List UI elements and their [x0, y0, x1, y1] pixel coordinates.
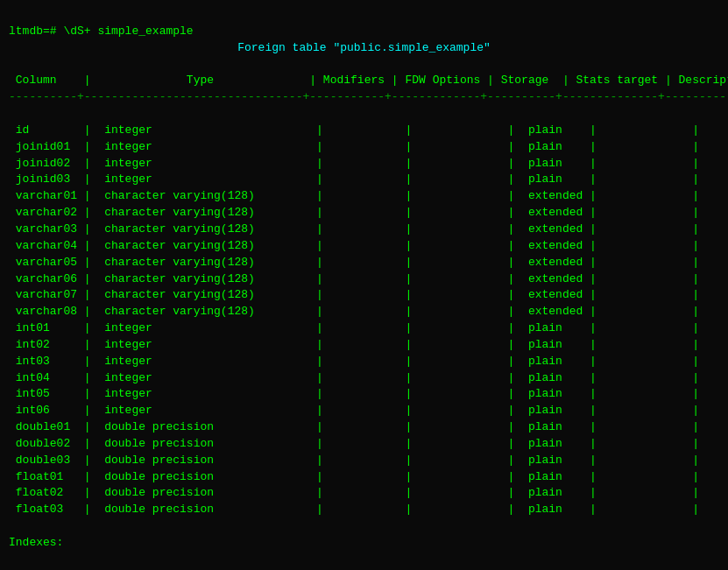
table-rows: id | integer | | | plain | | joinid01 | …	[9, 123, 719, 518]
table-row: int04 | integer | | | plain | |	[9, 370, 719, 387]
table-row: float01 | double precision | | | plain |…	[9, 469, 719, 486]
title-line: Foreign table "public.simple_example"	[9, 40, 719, 57]
table-row: double02 | double precision | | | plain …	[9, 436, 719, 453]
table-row: joinid03 | integer | | | plain | |	[9, 172, 719, 188]
table-row: int01 | integer | | | plain | |	[9, 320, 719, 337]
table-row: float02 | double precision | | | plain |…	[9, 485, 719, 502]
prompt-line: ltmdb=# \dS+ simple_example	[9, 25, 194, 38]
footer-content: Indexes:	[9, 535, 719, 552]
terminal-window: ltmdb=# \dS+ simple_example Foreign tabl…	[9, 7, 719, 570]
table-row: int06 | integer | | | plain | |	[9, 403, 719, 419]
indexes-label: Indexes:	[9, 536, 63, 549]
terminal-content: ltmdb=# \dS+ simple_example Foreign tabl…	[9, 24, 719, 106]
table-row: varchar05 | character varying(128) | | |…	[9, 255, 719, 271]
table-row: float03 | double precision | | | plain |…	[9, 502, 719, 518]
table-row: int05 | integer | | | plain | |	[9, 386, 719, 403]
table-row: varchar03 | character varying(128) | | |…	[9, 222, 719, 238]
divider-line: ----------+-----------------------------…	[9, 90, 728, 103]
table-row: double03 | double precision | | | plain …	[9, 453, 719, 469]
table-row: double01 | double precision | | | plain …	[9, 419, 719, 436]
header-line: Column | Type | Modifiers | FDW Options …	[9, 74, 728, 87]
table-row: joinid02 | integer | | | plain | |	[9, 156, 719, 172]
table-row: joinid01 | integer | | | plain | |	[9, 139, 719, 156]
table-row: varchar06 | character varying(128) | | |…	[9, 271, 719, 288]
table-row: varchar08 | character varying(128) | | |…	[9, 304, 719, 320]
table-row: int03 | integer | | | plain | |	[9, 354, 719, 370]
table-row: varchar04 | character varying(128) | | |…	[9, 238, 719, 255]
table-row: varchar01 | character varying(128) | | |…	[9, 188, 719, 205]
table-row: varchar07 | character varying(128) | | |…	[9, 287, 719, 304]
table-row: id | integer | | | plain | |	[9, 123, 719, 139]
table-row: int02 | integer | | | plain | |	[9, 337, 719, 354]
table-row: varchar02 | character varying(128) | | |…	[9, 205, 719, 222]
